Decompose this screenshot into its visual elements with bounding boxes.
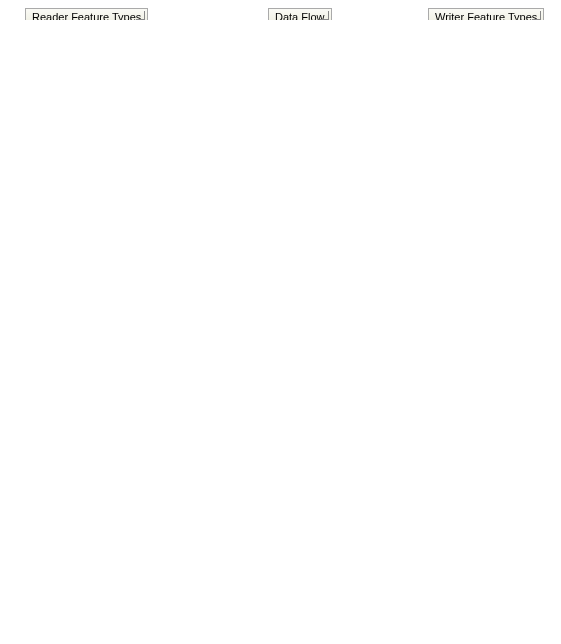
header-dataflow: Data Flow [268,8,332,20]
header-reader: Reader Feature Types [25,8,148,20]
header-writer: Writer Feature Types [428,8,544,20]
